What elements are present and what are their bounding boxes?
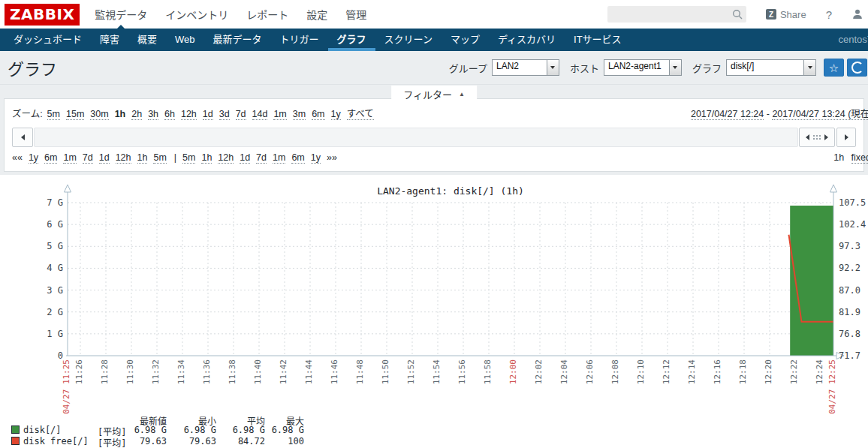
shift-back-fast-link[interactable]: «« <box>12 152 23 163</box>
shift-forward-link[interactable]: 7d <box>256 152 267 164</box>
group-select[interactable]: LAN2 <box>492 59 559 76</box>
legend-value: 6.98 G <box>113 425 167 435</box>
menu-item[interactable]: 監視データ <box>95 0 147 29</box>
fixed-link[interactable]: fixed <box>851 152 868 164</box>
triangle-left-icon <box>806 134 809 140</box>
window-size-label: 1h <box>833 152 844 163</box>
scrollbar-handle[interactable] <box>799 128 835 147</box>
chevron-down-icon <box>669 60 681 75</box>
shift-forward-link[interactable]: 1d <box>240 152 250 164</box>
nav-tab[interactable]: スクリーン <box>375 29 442 51</box>
nav-tab[interactable]: ダッシュボード <box>5 29 91 51</box>
menu-item[interactable]: 管理 <box>345 0 366 29</box>
menu-item[interactable]: 設定 <box>306 0 327 29</box>
shift-back-link[interactable]: 5m <box>153 152 166 164</box>
nav-tab[interactable]: グラフ <box>328 29 375 51</box>
nav-tab[interactable]: 最新データ <box>204 29 271 51</box>
range-end-link[interactable]: 2017/04/27 13:24 (現在!) <box>772 109 868 120</box>
zabbix-logo[interactable]: ZABBIX <box>5 4 80 26</box>
group-label: グループ <box>449 61 487 75</box>
graph-select[interactable]: disk[/] <box>726 59 816 76</box>
legend-value: 79.63 <box>162 436 216 446</box>
nav-tab[interactable]: トリガー <box>271 29 328 51</box>
shift-back-link[interactable]: 7d <box>83 152 93 164</box>
scroll-left-button[interactable] <box>12 128 33 147</box>
zoom-link[interactable]: 15m <box>66 109 84 120</box>
shift-back-link[interactable]: 1y <box>29 152 38 164</box>
nav-tab[interactable]: ディスカバリ <box>489 29 565 51</box>
zoom-label: ズーム: <box>12 106 43 120</box>
filter-panel: ズーム: 5m15m30m1h2h3h6h12h1d3d7d14d1m3m6m1… <box>4 98 864 172</box>
zoom-link[interactable]: 5m <box>47 109 60 120</box>
legend-series-name: disk free[/] <box>23 436 89 446</box>
fullscreen-button[interactable] <box>847 59 867 77</box>
shift-forward-link[interactable]: 1y <box>311 152 321 164</box>
chart-canvas[interactable] <box>0 175 868 448</box>
group-select-value: LAN2 <box>493 60 547 75</box>
legend-value: 6.98 G <box>250 425 304 435</box>
shift-forward-link[interactable]: 12h <box>218 152 234 164</box>
zoom-link[interactable]: 3d <box>219 109 230 120</box>
menu-item[interactable]: インベントリ <box>165 0 228 29</box>
nav-tab[interactable]: ITサービス <box>565 29 631 51</box>
zoom-link[interactable]: 6m <box>312 109 324 120</box>
zoom-link[interactable]: 1y <box>331 109 341 120</box>
shift-forward-link[interactable]: 5m <box>182 152 195 164</box>
zoom-link[interactable]: 12h <box>181 109 197 120</box>
zoom-link[interactable]: 6h <box>164 109 175 120</box>
zoom-link[interactable]: 3m <box>293 109 306 120</box>
legend-swatch <box>11 437 20 445</box>
shift-back-link[interactable]: 1h <box>137 152 148 164</box>
help-link[interactable]: ? <box>826 8 832 21</box>
favorite-button[interactable]: ☆ <box>824 59 844 77</box>
search-input[interactable] <box>607 6 746 23</box>
triangle-right-icon <box>845 134 848 140</box>
top-header: ZABBIX 監視データインベントリレポート設定管理 Z Share ? <box>0 0 868 29</box>
shift-forward-fast-link[interactable]: »» <box>327 152 337 163</box>
scrollbar-track[interactable] <box>34 128 798 147</box>
nav-tab[interactable]: 障害 <box>91 29 128 51</box>
shift-back-link[interactable]: 1m <box>63 152 76 164</box>
shift-back-link[interactable]: 6m <box>44 152 57 164</box>
search-icon[interactable] <box>732 9 743 23</box>
chevron-down-icon <box>803 60 815 75</box>
host-label: ホスト <box>570 61 599 75</box>
zoom-link[interactable]: 7d <box>236 109 246 120</box>
shift-forward-links: 5m1h12h1d7d1m6m1y <box>182 152 327 163</box>
shift-back-link[interactable]: 1d <box>99 152 110 164</box>
zoom-links: 5m15m30m1h2h3h6h12h1d3d7d14d1m3m6m1yすべて <box>47 106 380 120</box>
time-range: 2017/04/27 12:24 - 2017/04/27 13:24 (現在!… <box>691 106 868 120</box>
zoom-link[interactable]: 14d <box>252 109 268 120</box>
zoom-link[interactable]: 1h <box>115 109 126 119</box>
range-start-link[interactable]: 2017/04/27 12:24 <box>691 109 764 120</box>
legend-value: 100 <box>250 436 304 446</box>
scroll-right-button[interactable] <box>836 128 856 147</box>
shift-forward-link[interactable]: 1h <box>201 152 212 164</box>
zoom-link[interactable]: 1m <box>273 109 286 120</box>
zoom-link[interactable]: 3h <box>148 109 158 120</box>
share-link[interactable]: Z Share <box>766 9 806 20</box>
zoom-link[interactable]: 30m <box>90 109 108 120</box>
shift-back-links: 1y6m1m7d1d12h1h5m <box>29 152 173 163</box>
nav-tab[interactable]: Web <box>166 29 204 51</box>
graph-select-value: disk[/] <box>727 60 803 75</box>
zoom-row: ズーム: 5m15m30m1h2h3h6h12h1d3d7d14d1m3m6m1… <box>12 106 856 120</box>
search-box <box>607 6 746 23</box>
filter-toggle-tab[interactable]: フィルター ▲ <box>391 86 477 101</box>
zoom-link[interactable]: すべて <box>347 109 374 120</box>
zoom-link[interactable]: 2h <box>131 109 142 120</box>
nav-tab[interactable]: マップ <box>442 29 489 51</box>
range-separator: - <box>767 109 770 119</box>
user-profile-icon[interactable] <box>851 8 863 20</box>
nav-tab[interactable]: 概要 <box>128 29 166 51</box>
shift-forward-link[interactable]: 1m <box>273 152 285 164</box>
zoom-link[interactable]: 1d <box>203 109 213 120</box>
host-select[interactable]: LAN2-agent1 <box>604 59 682 76</box>
menu-item[interactable]: レポート <box>246 0 288 29</box>
shift-back-link[interactable]: 12h <box>116 152 131 164</box>
shift-forward-link[interactable]: 6m <box>291 152 304 164</box>
legend-swatch <box>11 425 20 434</box>
nav-bar: ダッシュボード障害概要Web最新データトリガーグラフスクリーンマップディスカバリ… <box>0 29 868 51</box>
share-label: Share <box>780 9 806 20</box>
zabbix-app: ZABBIX 監視データインベントリレポート設定管理 Z Share ? ダッシ… <box>0 0 868 175</box>
